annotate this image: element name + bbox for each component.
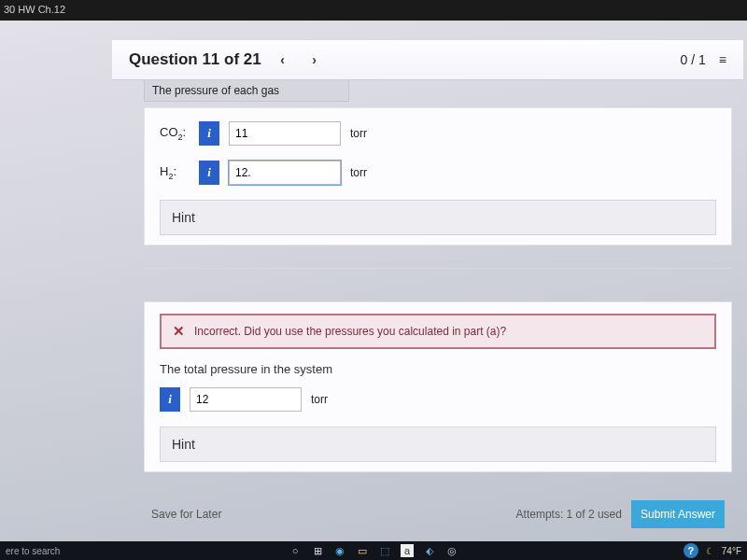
gas-row-h2: H2: i torr bbox=[160, 161, 716, 185]
score-display: 0 / 1 bbox=[681, 52, 706, 67]
part-a-caption: The pressure of each gas bbox=[144, 80, 349, 102]
unit-label: torr bbox=[311, 393, 328, 406]
viewport: Question 11 of 21 ‹ › 0 / 1 ≡ The pressu… bbox=[0, 21, 747, 541]
unit-label: torr bbox=[350, 166, 367, 179]
prev-question-button[interactable]: ‹ bbox=[273, 49, 293, 70]
gas-label: CO2: bbox=[160, 125, 190, 142]
info-icon[interactable]: i bbox=[160, 387, 180, 412]
temperature-label: 74°F bbox=[722, 546, 741, 556]
close-icon: ✕ bbox=[173, 323, 185, 340]
h2-pressure-input[interactable] bbox=[229, 161, 341, 185]
hint-button[interactable]: Hint bbox=[160, 200, 716, 235]
list-icon[interactable]: ≡ bbox=[719, 52, 726, 67]
next-question-button[interactable]: › bbox=[304, 49, 325, 70]
feedback-incorrect: ✕ Incorrect. Did you use the pressures y… bbox=[160, 314, 716, 349]
part-a-block: CO2: i torr H2: i torr Hint bbox=[144, 107, 732, 245]
total-pressure-row: i torr bbox=[160, 387, 716, 412]
chrome-icon[interactable]: ◎ bbox=[445, 544, 458, 557]
part-b-caption: The total pressure in the system bbox=[160, 362, 716, 376]
dropbox-icon[interactable]: ⬖ bbox=[423, 544, 436, 557]
cortana-icon[interactable]: ○ bbox=[289, 544, 302, 557]
question-number: Question 11 of 21 bbox=[129, 50, 261, 69]
gas-row-co2: CO2: i torr bbox=[160, 121, 716, 146]
app-icon[interactable]: a bbox=[401, 544, 414, 557]
attempts-label: Attempts: 1 of 2 used bbox=[516, 508, 622, 521]
window-title: 30 HW Ch.12 bbox=[0, 0, 747, 19]
store-icon[interactable]: ⬚ bbox=[378, 544, 391, 557]
feedback-text: Incorrect. Did you use the pressures you… bbox=[194, 325, 506, 338]
total-pressure-input[interactable] bbox=[190, 387, 302, 412]
gas-label: H2: bbox=[160, 164, 190, 181]
edge-icon[interactable]: ◉ bbox=[333, 544, 346, 557]
unit-label: torr bbox=[350, 127, 367, 140]
help-icon[interactable]: ? bbox=[684, 543, 698, 558]
submit-answer-button[interactable]: Submit Answer bbox=[631, 500, 725, 528]
taskbar-apps: ○ ⊞ ◉ ▭ ⬚ a ⬖ ◎ bbox=[289, 544, 458, 557]
page: Question 11 of 21 ‹ › 0 / 1 ≡ The pressu… bbox=[112, 40, 743, 541]
explorer-icon[interactable]: ▭ bbox=[356, 544, 369, 557]
taskview-icon[interactable]: ⊞ bbox=[311, 544, 324, 557]
hint-button[interactable]: Hint bbox=[160, 427, 716, 462]
save-for-later-link[interactable]: Save for Later bbox=[151, 508, 221, 521]
footer: Save for Later Attempts: 1 of 2 used Sub… bbox=[144, 472, 732, 538]
taskbar: ere to search ○ ⊞ ◉ ▭ ⬚ a ⬖ ◎ ? ☾ 74°F bbox=[0, 541, 747, 560]
info-icon[interactable]: i bbox=[199, 121, 219, 146]
weather-icon[interactable]: ☾ bbox=[706, 546, 714, 556]
info-icon[interactable]: i bbox=[199, 161, 219, 185]
search-input[interactable]: ere to search bbox=[6, 546, 60, 556]
question-header: Question 11 of 21 ‹ › 0 / 1 ≡ bbox=[112, 40, 743, 80]
co2-pressure-input[interactable] bbox=[229, 121, 341, 146]
part-b-block: ✕ Incorrect. Did you use the pressures y… bbox=[144, 301, 732, 472]
